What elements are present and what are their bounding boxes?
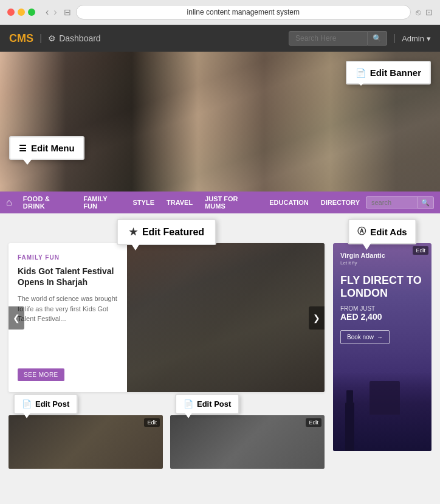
expand-button[interactable]: ⊡: [425, 7, 433, 17]
edit-post-2-label: Edit Post: [197, 399, 231, 409]
menu-item-style[interactable]: STYLE: [127, 192, 160, 213]
see-more-button[interactable]: SEE MORE: [18, 368, 64, 381]
edit-menu-button[interactable]: ☰ Edit Menu: [9, 136, 84, 160]
edit-featured-label: Edit Featured: [142, 227, 204, 238]
nav-search: 🔍: [366, 196, 434, 209]
carousel-prev-button[interactable]: ❮: [9, 306, 24, 330]
admin-menu-button[interactable]: Admin ▾: [402, 34, 431, 43]
edit-post-1-button[interactable]: 📄 Edit Post: [13, 394, 78, 414]
ad-banner: Edit Virgin Atlantic Let it fly FLY DIRE…: [333, 243, 431, 451]
app-container: CMS | ⚙ Dashboard 🔍 | Admin ▾ 📄 Edit Ban…: [0, 25, 440, 499]
featured-text-panel: FAMILY FUN Kids Got Talent Festival Open…: [9, 243, 127, 392]
doc-icon-1: 📄: [22, 399, 32, 409]
menu-item-family-fun[interactable]: FAMILY FUN: [77, 192, 126, 213]
search-input[interactable]: [289, 31, 368, 46]
admin-divider: |: [393, 33, 396, 44]
bookmark-button[interactable]: ⊟: [64, 7, 71, 17]
ad-edit-badge: Edit: [413, 246, 428, 255]
hero-banner: 📄 Edit Banner ☰ Edit Menu: [0, 52, 440, 192]
menu-item-food-drink[interactable]: FOOD & DRINK: [17, 192, 78, 213]
home-icon[interactable]: ⌂: [6, 197, 12, 208]
nav-divider: |: [40, 33, 42, 44]
post-item-2: 📄 Edit Post Edit: [170, 402, 325, 469]
post-row: 📄 Edit Post Edit 📄 Edit Post: [9, 402, 325, 469]
edit-banner-icon: 📄: [356, 68, 366, 78]
edit-banner-button[interactable]: 📄 Edit Banner: [346, 61, 431, 85]
nav-menu-bar: ⌂ FOOD & DRINK FAMILY FUN STYLE TRAVEL J…: [0, 192, 440, 213]
edit-featured-button[interactable]: ★ Edit Featured: [117, 219, 216, 245]
ads-column: Ⓐ Edit Ads Edit Virgin Atlantic Let it f…: [333, 222, 431, 491]
menu-item-travel[interactable]: TRAVEL: [160, 192, 199, 213]
content-area: ★ Edit Featured FAMILY FUN Kids Got Tale…: [0, 213, 440, 499]
arrow-icon: →: [377, 334, 383, 340]
featured-category: FAMILY FUN: [18, 254, 118, 261]
carousel-next-button[interactable]: ❯: [309, 306, 325, 330]
star-icon: ★: [129, 226, 137, 238]
address-bar[interactable]: inline content management system: [76, 5, 411, 19]
close-light[interactable]: [7, 9, 15, 16]
nav-search-input[interactable]: [366, 196, 418, 209]
gear-icon: ⚙: [48, 33, 56, 43]
ad-tagline: Let it fly: [340, 260, 424, 266]
post-item-1: 📄 Edit Post Edit: [9, 402, 163, 469]
edit-ads-button[interactable]: Ⓐ Edit Ads: [348, 219, 416, 244]
dashboard-label: Dashboard: [59, 33, 101, 43]
search-area: 🔍: [289, 31, 387, 46]
edit-post-1-label: Edit Post: [35, 399, 69, 409]
doc-icon-2: 📄: [184, 399, 193, 409]
menu-item-education[interactable]: EDUCATION: [263, 192, 315, 213]
ads-icon: Ⓐ: [357, 226, 366, 237]
edit-banner-label: Edit Banner: [370, 67, 421, 78]
maximize-light[interactable]: [28, 9, 35, 16]
edit-ads-label: Edit Ads: [370, 227, 407, 237]
share-button[interactable]: ⎋: [416, 7, 421, 17]
menu-item-just-for-mums[interactable]: JUST FOR MUMS: [199, 192, 263, 213]
ad-price-prefix: FROM JUST: [340, 305, 424, 312]
post-2-thumbnail: Edit: [170, 415, 325, 469]
ad-logo: Virgin Atlantic: [340, 252, 424, 259]
traffic-lights: [7, 9, 35, 16]
ad-price: AED 2,400: [340, 312, 424, 322]
edit-menu-label: Edit Menu: [31, 143, 75, 153]
featured-image: [127, 243, 325, 392]
search-button[interactable]: 🔍: [368, 31, 387, 46]
browser-chrome: ‹ › ⊟ inline content management system ⎋…: [0, 0, 440, 25]
featured-title: Kids Got Talent Festival Opens In Sharja…: [18, 266, 118, 288]
ad-cta-label: Book now: [347, 334, 374, 340]
forward-button[interactable]: ›: [52, 7, 58, 18]
nav-search-button[interactable]: 🔍: [418, 196, 434, 209]
cms-logo: CMS: [9, 32, 33, 45]
edit-badge-2: Edit: [306, 418, 321, 427]
featured-excerpt: The world of science was brought to life…: [18, 294, 118, 364]
top-navigation: CMS | ⚙ Dashboard 🔍 | Admin ▾: [0, 25, 440, 52]
back-button[interactable]: ‹: [44, 7, 50, 18]
minimize-light[interactable]: [18, 9, 25, 16]
featured-card: FAMILY FUN Kids Got Talent Festival Open…: [9, 243, 325, 392]
edit-badge-1: Edit: [144, 418, 160, 427]
main-column: ★ Edit Featured FAMILY FUN Kids Got Tale…: [9, 222, 325, 491]
hamburger-icon: ☰: [19, 143, 27, 153]
edit-post-2-button[interactable]: 📄 Edit Post: [175, 394, 239, 414]
ad-headline: FLY DIRECT TO LONDON: [340, 274, 424, 299]
ad-cta-button[interactable]: Book now →: [340, 330, 390, 344]
menu-item-directory[interactable]: DIRECTORY: [315, 192, 366, 213]
post-1-thumbnail: Edit: [9, 415, 163, 469]
